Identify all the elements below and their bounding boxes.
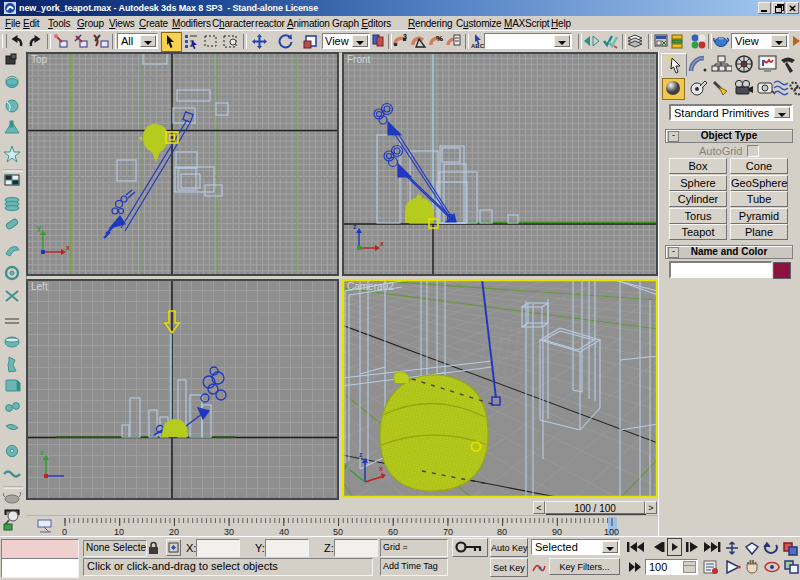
svg-text:y: y [37,224,41,232]
svg-text:ABC: ABC [471,43,485,49]
svg-text:x: x [379,465,383,472]
svg-text:x: x [380,240,384,247]
svg-text:Left: Left [31,281,48,292]
svg-text:x: x [66,244,70,251]
svg-text:Camera02: Camera02 [347,281,394,292]
svg-text:Front: Front [347,54,371,65]
svg-text:z: z [40,449,44,456]
svg-text:y: y [344,461,348,469]
svg-text:z: z [359,451,363,458]
svg-text:3: 3 [403,33,407,40]
svg-text:%: % [436,34,443,43]
svg-text:z: z [353,223,357,230]
svg-text:Top: Top [31,54,48,65]
